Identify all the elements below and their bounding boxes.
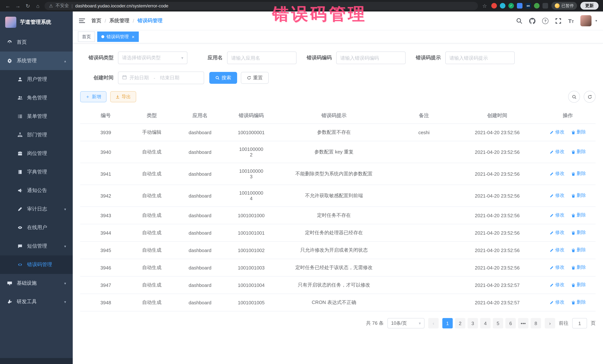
- forward-icon[interactable]: →: [14, 3, 21, 9]
- sidebar-item-infrastructure[interactable]: 基础设施 ▾: [0, 274, 73, 292]
- sidebar-item-label: 短信管理: [27, 243, 47, 249]
- edit-button[interactable]: 修改: [550, 230, 564, 236]
- delete-button[interactable]: 删除: [571, 247, 586, 253]
- edit-button[interactable]: 修改: [550, 193, 564, 199]
- adblock-extension-icon[interactable]: [491, 3, 497, 9]
- delete-button[interactable]: 删除: [571, 129, 586, 135]
- cell-app: dashboard: [172, 163, 228, 185]
- page-number-button[interactable]: 5: [493, 318, 503, 328]
- page-number-button[interactable]: 8: [531, 318, 541, 328]
- avatar-caret-icon[interactable]: ▾: [595, 19, 597, 22]
- sidebar-item-post-management[interactable]: 岗位管理: [0, 144, 73, 163]
- delete-button[interactable]: 删除: [571, 299, 586, 306]
- active-tag-dot: [101, 35, 104, 38]
- edit-button[interactable]: 修改: [550, 129, 564, 135]
- puzzle-extension-icon[interactable]: [543, 3, 548, 9]
- refresh-icon-button[interactable]: [584, 91, 596, 103]
- cell-code: 1001001001: [228, 224, 275, 242]
- app-name-input[interactable]: [227, 52, 297, 64]
- page-number-button[interactable]: 3: [468, 318, 478, 328]
- tag-error-code-management[interactable]: 错误码管理 ×: [97, 32, 139, 42]
- delete-button[interactable]: 删除: [571, 212, 586, 219]
- page-number-button[interactable]: 6: [505, 318, 516, 328]
- green-check-extension-icon[interactable]: ✓: [508, 3, 514, 9]
- delete-button[interactable]: 删除: [571, 193, 586, 199]
- sidebar-item-system-management[interactable]: 系统管理 ▴: [0, 52, 73, 70]
- column-header-type: 类型: [131, 108, 172, 124]
- reload-icon[interactable]: ↻: [24, 3, 31, 9]
- sidebar-item-notice-management[interactable]: 通知公告: [0, 181, 73, 200]
- teal-extension-icon[interactable]: [500, 3, 505, 9]
- tag-close-icon[interactable]: ×: [132, 34, 135, 39]
- delete-button[interactable]: 删除: [571, 149, 586, 155]
- grid-extension-icon[interactable]: [517, 3, 522, 9]
- sidebar-item-dict-management[interactable]: 字典管理: [0, 163, 73, 181]
- reset-button[interactable]: 重置: [241, 72, 269, 84]
- home-icon[interactable]: ⌂: [35, 3, 41, 9]
- filter-error-code: 错误码编码: [298, 52, 406, 64]
- search-button[interactable]: 搜索: [209, 72, 237, 84]
- select-placeholder: 请选择错误码类型: [122, 55, 161, 61]
- profile-paused-badge[interactable]: 已暂停: [551, 2, 577, 10]
- error-type-select[interactable]: 请选择错误码类型 ▾: [118, 52, 187, 64]
- back-icon[interactable]: ←: [4, 3, 11, 9]
- sidebar-item-sms-management[interactable]: 短信管理 ▾: [0, 237, 73, 255]
- edit-button[interactable]: 修改: [550, 247, 564, 253]
- toggle-search-icon-button[interactable]: [568, 91, 580, 103]
- github-icon[interactable]: [529, 18, 535, 24]
- previous-page-button[interactable]: ‹: [428, 318, 439, 328]
- breadcrumb-system[interactable]: 系统管理: [109, 17, 129, 24]
- breadcrumb-home[interactable]: 首页: [91, 17, 101, 24]
- on-badge-extension-icon[interactable]: on: [525, 3, 531, 9]
- sidebar-item-department-management[interactable]: 部门管理: [0, 126, 73, 144]
- cell-code: 1001001003: [228, 259, 275, 276]
- address-bar[interactable]: ⚠ 不安全 | dashboard.yudao.iocoder.cn/syste…: [45, 2, 478, 10]
- sidebar-item-menu-management[interactable]: 菜单管理: [0, 107, 73, 126]
- browser-update-button[interactable]: 更新: [580, 2, 599, 10]
- export-button[interactable]: 导出: [110, 91, 136, 102]
- sidebar-item-home[interactable]: 首页: [0, 33, 73, 52]
- bookmark-star-icon[interactable]: ☆: [481, 3, 488, 9]
- page-number-button[interactable]: •••: [518, 318, 528, 328]
- edit-button[interactable]: 修改: [550, 171, 564, 177]
- error-hint-input[interactable]: [445, 52, 515, 64]
- delete-button[interactable]: 删除: [571, 265, 586, 271]
- tag-home[interactable]: 首页: [78, 32, 95, 42]
- font-size-icon[interactable]: TT: [568, 18, 574, 23]
- add-button[interactable]: ＋ 新增: [80, 91, 106, 102]
- sidebar-item-audit-log[interactable]: 审计日志 ▾: [0, 200, 73, 218]
- date-range-picker[interactable]: 开始日期 - 结束日期: [118, 72, 204, 84]
- sidebar-item-online-users[interactable]: 在线用户: [0, 218, 73, 237]
- cell-operations: 修改 删除: [540, 124, 596, 141]
- delete-button[interactable]: 删除: [571, 282, 586, 288]
- edit-button[interactable]: 修改: [550, 282, 564, 288]
- next-page-button[interactable]: ›: [545, 318, 555, 328]
- sidebar-item-label: 系统管理: [17, 57, 37, 64]
- help-icon[interactable]: ?: [542, 18, 548, 24]
- edit-button[interactable]: 修改: [550, 265, 564, 271]
- top-navbar: 首页 / 系统管理 / 错误码管理 ?: [73, 11, 603, 30]
- page-number-button[interactable]: 4: [480, 318, 491, 328]
- error-code-input[interactable]: [336, 52, 406, 64]
- delete-button[interactable]: 删除: [571, 171, 586, 177]
- edit-button[interactable]: 修改: [550, 212, 564, 219]
- sidebar-item-dev-tools[interactable]: 研发工具 ▾: [0, 292, 73, 311]
- hamburger-icon[interactable]: [79, 17, 85, 24]
- sidebar-item-user-management[interactable]: 用户管理: [0, 70, 73, 88]
- sidebar-item-role-management[interactable]: 角色管理: [0, 88, 73, 107]
- avatar[interactable]: [580, 15, 592, 26]
- edit-button[interactable]: 修改: [550, 299, 564, 306]
- app-logo[interactable]: 芋道管理系统: [0, 11, 73, 33]
- page-size-select[interactable]: 10条/页 ▾: [387, 318, 425, 328]
- page-number-button[interactable]: 2: [455, 318, 465, 328]
- fullscreen-icon[interactable]: [555, 18, 561, 24]
- delete-button[interactable]: 删除: [571, 230, 586, 236]
- cell-code: 1001001000: [228, 207, 275, 224]
- edit-button[interactable]: 修改: [550, 149, 564, 155]
- sidebar-item-error-code-management[interactable]: 错误码管理: [0, 255, 73, 274]
- goto-page-input[interactable]: [572, 318, 587, 328]
- leaf-extension-icon[interactable]: [534, 3, 540, 9]
- page-number-button[interactable]: 1: [442, 318, 453, 328]
- extension-cluster: ✓ on: [491, 3, 548, 9]
- search-icon[interactable]: [516, 18, 522, 24]
